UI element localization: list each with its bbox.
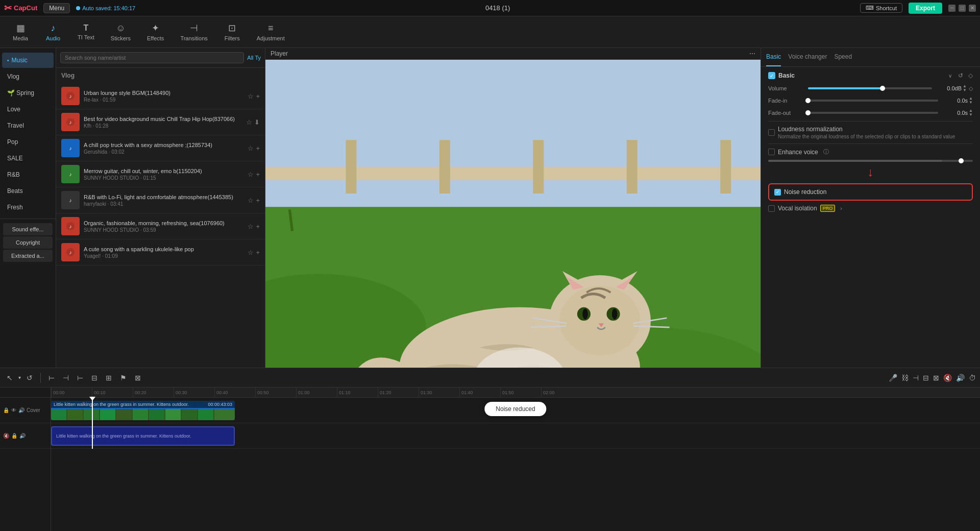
collapse-icon[interactable]: ∨ [948,73,952,79]
download-button[interactable]: ⬇ [254,118,260,126]
group-tool[interactable]: ⊞ [103,372,114,383]
sidebar-item-music[interactable]: • Music [2,53,54,68]
add-music-button[interactable]: + [256,92,260,100]
fade-out-slider[interactable] [808,112,938,114]
list-item[interactable]: ♪ Merrow guitar, chill out, winter, emo … [56,161,265,187]
noise-reduction-checkbox[interactable]: ✓ [774,189,781,196]
video-clip-header: Little kitten walking on the green grass… [51,401,235,408]
add-music-button[interactable]: + [256,197,260,204]
favorite-button[interactable]: ☆ [248,92,254,100]
link-audio-icon[interactable]: ⛓ [901,374,909,382]
toolbar-effects[interactable]: ✦ Effects [140,20,171,43]
list-item[interactable]: ♪ Urban lounge style BGM(1148490) Re-lax… [56,83,265,109]
trim-right-tool[interactable]: ⊢ [75,372,86,383]
enhance-voice-slider[interactable] [768,160,973,162]
minimize-button[interactable]: ─ [948,5,955,12]
add-music-button[interactable]: + [256,144,260,152]
music-title: Urban lounge style BGM(1148490) [84,89,243,96]
sidebar-item-travel[interactable]: Travel [2,118,54,133]
add-music-button[interactable]: + [256,171,260,178]
volume-diamond-icon[interactable]: ◇ [969,85,973,92]
close-button[interactable]: ✕ [969,5,976,12]
more-tool[interactable]: ⊠ [132,372,143,383]
noise-reduction-box[interactable]: ✓ Noise reduction [768,183,973,201]
timer-icon[interactable]: ⏱ [969,374,976,382]
list-item[interactable]: ♪ A cute song with a sparkling ukulele-l… [56,239,265,266]
sidebar-item-beats[interactable]: Beats [2,183,54,199]
sidebar-item-spring[interactable]: 🌱 Spring [2,85,54,101]
fade-in-down[interactable]: ▼ [969,101,973,105]
fade-in-slider[interactable] [808,100,938,102]
video-clip[interactable]: Little kitten walking on the green grass… [51,401,235,420]
add-music-button[interactable]: + [256,223,260,230]
select-tool[interactable]: ↖ [4,372,15,383]
tab-basic[interactable]: Basic [766,48,781,66]
undo-tool[interactable]: ↺ [24,372,35,383]
volume-slider[interactable] [808,87,932,89]
align-icon[interactable]: ⊠ [933,374,939,382]
toolbar-filters[interactable]: ⊡ Filters [217,20,248,43]
toolbar-media[interactable]: ▦ Media [5,20,36,43]
maximize-button[interactable]: □ [959,5,966,12]
favorite-button[interactable]: ☆ [248,171,254,178]
extracted-button[interactable]: Extracted a... [3,250,53,262]
flag-tool[interactable]: ⚑ [117,372,129,383]
menu-button[interactable]: Menu [43,3,70,13]
sidebar-item-sale[interactable]: SALE [2,151,54,166]
audio-track-lock-icon[interactable]: 🔒 [11,433,17,439]
enhance-voice-checkbox[interactable] [768,149,775,155]
tab-voice-changer[interactable]: Voice changer [788,48,827,66]
undo-icon[interactable]: ↺ [958,72,963,79]
vocal-isolation-chevron-icon[interactable]: › [840,205,842,211]
sound-effects-button[interactable]: Sound effe... [3,223,53,235]
toolbar-text[interactable]: T TI Text [70,21,102,42]
copyright-button[interactable]: Copyright [3,236,53,249]
shortcut-button[interactable]: ⌨ Shortcut [860,3,902,13]
player-more-icon[interactable]: ⋯ [749,50,755,57]
favorite-button[interactable]: ☆ [248,223,254,230]
audio-track-volume-icon[interactable]: 🔊 [19,433,26,439]
toolbar-adjustment[interactable]: ≡ Adjustment [250,21,292,43]
diamond-icon[interactable]: ◇ [968,72,973,79]
track-lock-icon[interactable]: 🔒 [3,407,9,413]
split-tool[interactable]: ⊢ [46,372,57,383]
export-button[interactable]: Export [909,3,942,14]
magnet-icon[interactable]: ⊟ [923,374,929,382]
favorite-button[interactable]: ☆ [246,118,252,126]
favorite-button[interactable]: ☆ [248,249,254,256]
list-item[interactable]: ♪ Organic, fashionable, morning, refresh… [56,213,265,239]
sidebar-item-pop[interactable]: Pop [2,134,54,150]
audio-track-mute-icon[interactable]: 🔇 [3,433,9,439]
add-music-button[interactable]: + [256,249,260,256]
sidebar-item-fresh[interactable]: Fresh [2,200,54,215]
sidebar-item-love[interactable]: Love [2,102,54,117]
search-input[interactable] [60,52,244,63]
volume-down[interactable]: ▼ [963,88,967,92]
mic-icon[interactable]: 🎤 [889,374,897,382]
fade-out-down[interactable]: ▼ [969,113,973,117]
list-item[interactable]: ♪ Best for video background music Chill … [56,109,265,135]
mute-icon[interactable]: 🔇 [943,374,952,382]
toolbar-audio[interactable]: ♪ Audio [38,21,68,43]
trim-left-tool[interactable]: ⊣ [60,372,71,383]
volume-icon[interactable]: 🔊 [956,374,965,382]
toolbar-stickers[interactable]: ☺ Stickers [104,21,138,43]
favorite-button[interactable]: ☆ [248,197,254,204]
select-dropdown[interactable]: ▾ [18,375,21,380]
vocal-isolation-checkbox[interactable] [768,205,775,212]
sidebar-item-vlog[interactable]: Vlog [2,69,54,84]
loudness-norm-checkbox[interactable] [768,129,775,136]
all-tab[interactable]: All Ty [247,55,261,61]
track-volume-icon[interactable]: 🔊 [18,407,24,413]
split-audio-icon[interactable]: ⊣ [913,374,919,382]
toolbar-transitions[interactable]: ⊣ Transitions [173,20,214,43]
sidebar-item-rnb[interactable]: R&B [2,167,54,182]
list-item[interactable]: ♪ R&B with Lo-Fi, light and comfortable … [56,187,265,213]
audio-clip[interactable]: Little kitten walking on the green grass… [51,426,235,446]
tab-speed[interactable]: Speed [834,48,852,66]
track-visibility-icon[interactable]: 👁 [11,407,16,413]
enhance-voice-info-icon[interactable]: ⓘ [823,148,829,156]
list-item[interactable]: ♪ A chill pop truck with a sexy atmosphe… [56,135,265,161]
delete-tool[interactable]: ⊟ [89,372,100,383]
favorite-button[interactable]: ☆ [248,144,254,152]
